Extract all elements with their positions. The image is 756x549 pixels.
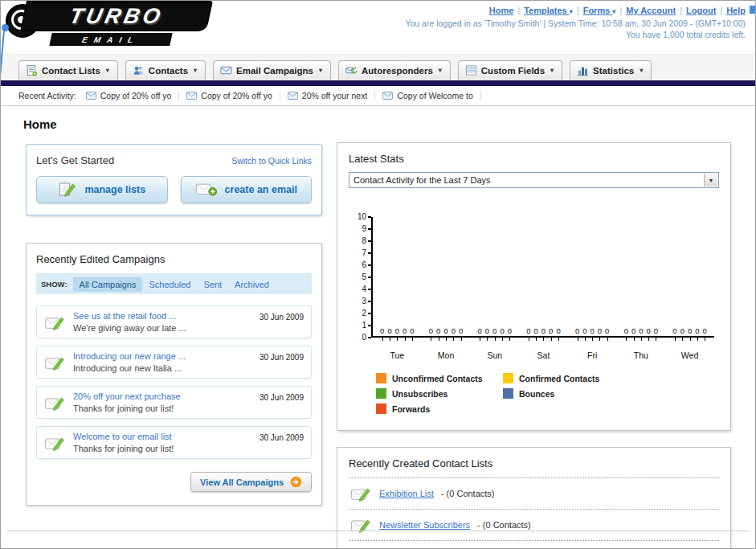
legend-item: Forwards (376, 404, 503, 414)
recent-activity-item[interactable]: Copy of 20% off yo (186, 91, 280, 100)
recent-activity-bar: Recent Activity: Copy of 20% off yoCopy … (1, 86, 755, 106)
campaign-filters: All CampaignsScheduledSentArchived (73, 277, 276, 291)
chevron-down-icon: ▾ (106, 67, 109, 74)
bar-value-label: 0 (380, 327, 384, 334)
campaigns-title: Recently Edited Campaigns (36, 253, 312, 265)
contact-list-link[interactable]: Newsletter Subscribers (379, 520, 470, 530)
filter-sent[interactable]: Sent (197, 277, 228, 292)
campaign-row[interactable]: Welcome to our email listThanks for join… (36, 426, 312, 459)
x-axis-label: Tue (381, 350, 413, 360)
manage-lists-button[interactable]: manage lists (36, 176, 168, 203)
header-link-forms[interactable]: Forms ▾ (583, 6, 616, 15)
tab-contact-lists[interactable]: Contact Lists▾ (18, 60, 118, 80)
chevron-down-icon: ▾ (439, 67, 442, 74)
bar-value-label: 0 (695, 327, 699, 334)
bar-value-label: 0 (526, 327, 530, 334)
link-separator: | (517, 6, 520, 15)
logo-subtitle: EMAIL (81, 35, 140, 44)
latest-stats-panel: Latest Stats Contact Activity for the La… (337, 142, 731, 431)
email-campaigns-icon (220, 64, 232, 76)
bar-value-label: 0 (541, 327, 546, 334)
chart-legend: Unconfirmed ContactsConfirmed ContactsUn… (376, 373, 719, 419)
header-link-help[interactable]: Help (726, 6, 746, 15)
header-link-home[interactable]: Home (489, 6, 514, 15)
main-content: Home Let's Get Started Switch to Quick L… (1, 106, 755, 549)
contact-lists-panel: Recently Created Contact Lists Exhibitio… (337, 447, 731, 549)
chevron-down-icon: ▾ (194, 67, 197, 74)
x-axis-label: Wed (674, 350, 706, 360)
campaign-title-link[interactable]: 20% off your next purchase (73, 391, 252, 401)
link-separator: | (680, 6, 682, 15)
turbo-email-logo: TURBO EMAIL (1, 1, 230, 52)
contact-list-row[interactable]: Exhibition List- (0 Contacts) (349, 478, 719, 510)
view-all-campaigns-button[interactable]: View All Campaigns (190, 472, 312, 492)
bar-value-label: 0 (575, 327, 579, 334)
campaign-filter-bar: SHOW: All CampaignsScheduledSentArchived (36, 273, 312, 294)
chevron-down-icon: ▾ (570, 8, 573, 15)
filter-scheduled[interactable]: Scheduled (142, 277, 197, 292)
bar-value-label: 0 (598, 327, 602, 334)
dropdown-arrow-icon: ▼ (704, 174, 717, 186)
campaign-row[interactable]: Introducing our new range ...Introducing… (36, 346, 312, 379)
switch-quick-links-link[interactable]: Switch to Quick Links (231, 156, 312, 166)
recent-activity-item[interactable]: Copy of Welcome to (382, 91, 480, 100)
envelope-pencil-icon (44, 313, 66, 331)
campaign-date: 30 Jun 2009 (259, 313, 304, 322)
bar-value-label: 0 (403, 327, 407, 334)
create-an-email-button[interactable]: create an email (181, 176, 313, 203)
tab-email-campaigns[interactable]: Email Campaigns▾ (213, 60, 331, 80)
y-axis-label: 9 (362, 225, 371, 233)
contact-list-link[interactable]: Exhibition List (379, 489, 434, 498)
recent-activity-item[interactable]: Copy of 20% off yo (86, 91, 180, 100)
tab-autoresponders[interactable]: Autoresponders▾ (338, 60, 451, 80)
envelope-icon (288, 92, 298, 100)
recent-activity-item[interactable]: 20% off your next (288, 91, 376, 100)
bar-value-label: 0 (672, 327, 676, 334)
bar-value-label: 0 (631, 327, 635, 334)
chart-group-fri: 00000 (575, 327, 609, 336)
stats-period-select[interactable]: Contact Activity for the Last 7 Days ▼ (349, 172, 719, 188)
left-column: Let's Get Started Switch to Quick Links … (23, 142, 322, 506)
filter-archived[interactable]: Archived (228, 277, 276, 292)
logo-title: TURBO (67, 4, 166, 29)
bar-value-label: 0 (534, 327, 538, 334)
contact-list-row[interactable]: Newsletter Subscribers- (0 Contacts) (349, 510, 719, 541)
tab-label: Contacts (149, 66, 188, 76)
tab-contacts[interactable]: Contacts▾ (125, 60, 206, 80)
campaign-title-link[interactable]: Welcome to our email list (73, 432, 252, 441)
contact-activity-chart: 109876543210 000000000000000000000000000… (353, 217, 714, 342)
stats-period-value: Contact Activity for the Last 7 Days (353, 175, 491, 185)
envelope-icon (186, 92, 197, 100)
header-link-logout[interactable]: Logout (686, 6, 716, 15)
chart-group-thu: 00000 (624, 327, 658, 336)
link-separator: | (619, 6, 622, 15)
footer-divider (7, 531, 749, 531)
campaign-row[interactable]: 20% off your next purchaseThanks for joi… (36, 386, 312, 419)
header-link-templates[interactable]: Templates ▾ (524, 6, 573, 15)
envelope-pencil-icon (44, 354, 66, 371)
campaign-row[interactable]: See us at the retail food ...We're givin… (36, 305, 312, 338)
app-window: TURBO EMAIL Home|Templates ▾|Forms ▾|My … (0, 0, 756, 549)
bar-value-label: 0 (387, 327, 391, 334)
header-link-my-account[interactable]: My Account (626, 6, 676, 15)
x-axis-label: Sun (479, 350, 511, 360)
tab-custom-fields[interactable]: Custom Fields▾ (458, 60, 562, 80)
legend-swatch (376, 404, 386, 414)
autoresponders-icon (345, 64, 358, 76)
legend-swatch (376, 388, 386, 399)
campaign-title-link[interactable]: Introducing our new range ... (73, 351, 252, 361)
y-axis-label: 7 (362, 249, 371, 257)
y-axis-label: 3 (362, 297, 371, 305)
right-column: Latest Stats Contact Activity for the La… (337, 142, 731, 549)
bar-value-label: 0 (395, 327, 399, 334)
tab-statistics[interactable]: Statistics▾ (570, 60, 652, 80)
campaign-title-link[interactable]: See us at the retail food ... (73, 311, 252, 321)
bar-value-label: 0 (443, 327, 447, 334)
view-all-campaigns-label: View All Campaigns (200, 477, 284, 487)
filter-all-campaigns[interactable]: All Campaigns (73, 277, 143, 292)
envelope-pencil-icon (350, 485, 372, 502)
pencil-paper-icon (58, 182, 77, 198)
header-meta: Home|Templates ▾|Forms ▾|My Account|Logo… (405, 6, 746, 39)
contact-lists-title: Recently Created Contact Lists (349, 457, 719, 469)
legend-item: Bounces (503, 388, 630, 399)
